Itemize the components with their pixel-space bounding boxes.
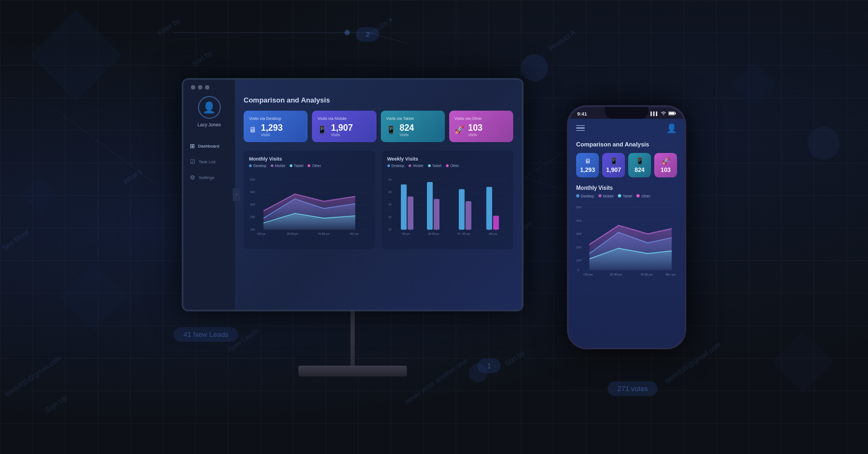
sidebar-item-tasklist[interactable]: ☑ Task List [183, 154, 235, 170]
hamburger-menu[interactable] [576, 125, 585, 131]
phone-desktop-icon: 🖥 [584, 157, 591, 165]
svg-text:+60 yrs: +60 yrs [488, 232, 497, 235]
weekly-legend-other: Other [446, 164, 459, 168]
svg-text:20-40 yrs: 20-40 yrs [610, 272, 622, 276]
phone-notch [605, 107, 648, 119]
svg-text:400: 400 [576, 219, 582, 222]
stat-card-mobile: Visits via Mobile 📱 1,907 Visits [312, 111, 376, 142]
hamburger-line-3 [576, 130, 585, 131]
svg-text:300: 300 [576, 232, 582, 235]
svg-text:0: 0 [577, 268, 579, 271]
phone-monthly-chart-svg: 500 400 300 200 100 0 [576, 202, 677, 278]
stat-row-tablet: 📱 824 Visits [386, 123, 439, 137]
svg-text:20-40 yrs: 20-40 yrs [287, 232, 298, 235]
monitor-wrapper: 👤 Lacy Jones ⊞ Dashboard ☑ Task List ⚙ S… [182, 78, 524, 376]
stat-card-tablet: Visits via Tablet 📱 824 Visits [381, 111, 445, 142]
phone-stat-mobile: 📱 1,907 [602, 153, 625, 177]
stat-unit-desktop: Visits [261, 133, 283, 137]
phone-stat-value-desktop: 1,293 [580, 167, 595, 173]
stat-unit-mobile: Visits [331, 133, 353, 137]
other-icon: 🚀 [455, 125, 464, 134]
dashboard-content: Comparison and Analysis Visits via Deskt… [235, 80, 522, 310]
phone-legend-dot-other [636, 194, 640, 197]
phone-legend-dot-mobile [598, 194, 602, 197]
svg-rect-37 [407, 196, 413, 229]
phone-wrapper: 9:41 ▌▌▌ [567, 105, 686, 349]
sidebar-item-dashboard[interactable]: ⊞ Dashboard [183, 138, 235, 154]
svg-rect-38 [426, 182, 432, 229]
avatar: 👤 [198, 96, 221, 119]
svg-text:50: 50 [388, 177, 391, 181]
stat-cards: Visits via Desktop 🖥 1,293 Visits Visits… [244, 111, 513, 142]
signal-icon: ▌▌▌ [650, 112, 659, 116]
stat-card-other: Visits via Other 🚀 103 Visits [449, 111, 513, 142]
wifi-icon [661, 111, 666, 116]
stat-card-desktop: Visits via Desktop 🖥 1,293 Visits [244, 111, 308, 142]
sidebar-item-settings[interactable]: ⚙ Settings [183, 170, 235, 186]
phone-user-icon[interactable]: 👤 [666, 123, 677, 133]
phone-stat-value-other: 103 [661, 167, 671, 173]
stat-value-desktop: 1,293 [261, 123, 283, 133]
monitor-screen: 👤 Lacy Jones ⊞ Dashboard ☑ Task List ⚙ S… [182, 78, 524, 311]
charts-row: Monthly Visits Desktop Mobile [244, 151, 513, 249]
user-name: Lacy Jones [197, 122, 221, 127]
mobile-icon: 📱 [317, 125, 327, 134]
legend-dot-mobile [271, 164, 273, 167]
dot-3 [205, 85, 209, 89]
phone-stat-value-mobile: 1,907 [606, 167, 621, 173]
phone-header: 👤 [576, 123, 677, 133]
stat-row-mobile: 📱 1,907 Visits [317, 123, 371, 137]
monthly-chart-svg: 500 400 300 200 100 [249, 171, 370, 241]
phone-status-icons: ▌▌▌ [650, 111, 676, 116]
weekly-legend-dot-tablet [428, 164, 431, 167]
svg-text:<20 yrs: <20 yrs [401, 232, 410, 235]
weekly-chart-svg: 50 40 30 20 10 [387, 171, 508, 241]
phone-legend-tablet: Tablet [618, 194, 632, 198]
stat-unit-tablet: Visits [400, 133, 414, 137]
weekly-legend-desktop: Desktop [387, 164, 405, 168]
stat-unit-other: Visits [468, 133, 483, 137]
svg-text:500: 500 [576, 206, 582, 209]
svg-rect-43 [493, 215, 499, 229]
dot-1 [191, 85, 195, 89]
phone-legend-mobile: Mobile [598, 194, 614, 198]
svg-text:<20 yrs: <20 yrs [583, 272, 593, 276]
svg-text:40: 40 [388, 190, 391, 193]
phone-other-icon: 🚀 [662, 157, 670, 165]
legend-dot-desktop [249, 164, 252, 167]
weekly-chart-title: Weekly Visits [387, 156, 508, 162]
svg-text:<20 yrs: <20 yrs [257, 232, 266, 235]
phone-monthly-title: Monthly Visits [576, 185, 677, 191]
legend-dot-tablet [290, 164, 292, 167]
phone-stat-other: 🚀 103 [654, 153, 677, 177]
svg-text:60+ yrs: 60+ yrs [666, 272, 675, 276]
hamburger-line-1 [576, 125, 585, 126]
svg-text:41-60 yrs: 41-60 yrs [318, 232, 330, 235]
phone-legend-desktop: Desktop [576, 194, 594, 198]
svg-rect-36 [400, 184, 406, 229]
svg-text:200: 200 [250, 215, 255, 219]
weekly-chart-legend: Desktop Mobile Tablet [387, 164, 508, 168]
tasklist-icon: ☑ [190, 158, 195, 165]
phone-time: 9:41 [577, 111, 587, 117]
desktop-icon: 🖥 [249, 125, 257, 134]
weekly-legend-mobile: Mobile [409, 164, 423, 168]
monitor-dots [191, 85, 209, 89]
svg-text:200: 200 [576, 245, 582, 248]
stat-row-desktop: 🖥 1,293 Visits [249, 123, 302, 137]
legend-dot-other [308, 164, 310, 167]
svg-rect-39 [433, 199, 439, 229]
hamburger-line-2 [576, 127, 585, 129]
monthly-chart-panel: Monthly Visits Desktop Mobile [244, 151, 375, 249]
svg-text:400: 400 [250, 190, 255, 193]
phone-content: 👤 Comparison and Analysis 🖥 1,293 📱 1,90… [569, 119, 685, 348]
monthly-chart-legend: Desktop Mobile Tablet [249, 164, 370, 168]
stat-label-mobile: Visits via Mobile [317, 116, 371, 121]
monthly-chart-title: Monthly Visits [249, 156, 370, 162]
phone-legend-other: Other [636, 194, 650, 198]
weekly-legend-dot-mobile [409, 164, 411, 167]
svg-rect-40 [458, 189, 464, 229]
sidebar-collapse-button[interactable]: ‹ [233, 188, 240, 201]
legend-tablet: Tablet [290, 164, 303, 168]
svg-text:500: 500 [250, 177, 255, 181]
